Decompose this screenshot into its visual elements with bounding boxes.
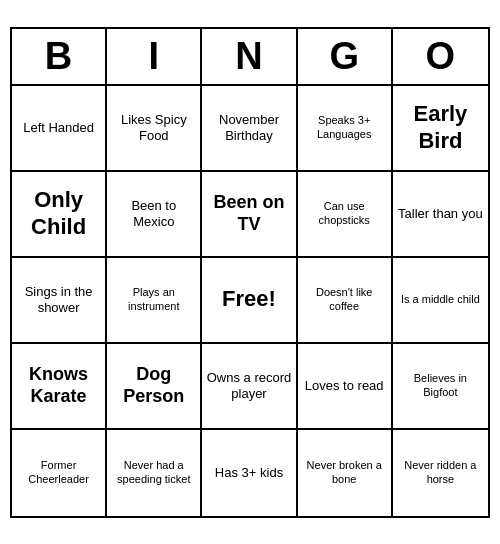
bingo-cell-3[interactable]: Speaks 3+ Languages xyxy=(298,86,393,172)
bingo-cell-14[interactable]: Is a middle child xyxy=(393,258,488,344)
header-letter-I: I xyxy=(107,29,202,84)
bingo-cell-24[interactable]: Never ridden a horse xyxy=(393,430,488,516)
bingo-cell-11[interactable]: Plays an instrument xyxy=(107,258,202,344)
bingo-cell-17[interactable]: Owns a record player xyxy=(202,344,297,430)
bingo-cell-2[interactable]: November Birthday xyxy=(202,86,297,172)
bingo-cell-13[interactable]: Doesn't like coffee xyxy=(298,258,393,344)
bingo-cell-20[interactable]: Former Cheerleader xyxy=(12,430,107,516)
bingo-cell-22[interactable]: Has 3+ kids xyxy=(202,430,297,516)
bingo-grid: Left HandedLikes Spicy FoodNovember Birt… xyxy=(12,86,488,516)
bingo-cell-4[interactable]: Early Bird xyxy=(393,86,488,172)
bingo-header: BINGO xyxy=(12,29,488,86)
header-letter-B: B xyxy=(12,29,107,84)
bingo-card: BINGO Left HandedLikes Spicy FoodNovembe… xyxy=(10,27,490,518)
bingo-cell-5[interactable]: Only Child xyxy=(12,172,107,258)
bingo-cell-19[interactable]: Believes in Bigfoot xyxy=(393,344,488,430)
bingo-cell-1[interactable]: Likes Spicy Food xyxy=(107,86,202,172)
bingo-cell-6[interactable]: Been to Mexico xyxy=(107,172,202,258)
bingo-cell-10[interactable]: Sings in the shower xyxy=(12,258,107,344)
bingo-cell-7[interactable]: Been on TV xyxy=(202,172,297,258)
bingo-cell-8[interactable]: Can use chopsticks xyxy=(298,172,393,258)
bingo-cell-16[interactable]: Dog Person xyxy=(107,344,202,430)
header-letter-G: G xyxy=(298,29,393,84)
bingo-cell-15[interactable]: Knows Karate xyxy=(12,344,107,430)
bingo-cell-12[interactable]: Free! xyxy=(202,258,297,344)
bingo-cell-9[interactable]: Taller than you xyxy=(393,172,488,258)
bingo-cell-23[interactable]: Never broken a bone xyxy=(298,430,393,516)
bingo-cell-18[interactable]: Loves to read xyxy=(298,344,393,430)
header-letter-N: N xyxy=(202,29,297,84)
bingo-cell-0[interactable]: Left Handed xyxy=(12,86,107,172)
header-letter-O: O xyxy=(393,29,488,84)
bingo-cell-21[interactable]: Never had a speeding ticket xyxy=(107,430,202,516)
